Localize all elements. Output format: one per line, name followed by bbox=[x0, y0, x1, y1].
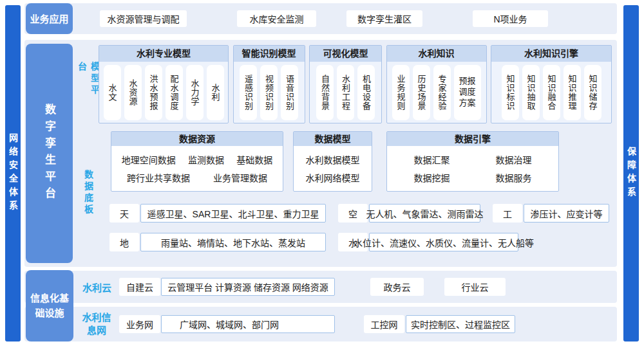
sensing-content-air: 无人机、气象雷达、测雨雷达 bbox=[369, 204, 480, 223]
model-item: 预报调度方案 bbox=[454, 65, 481, 120]
water-info-net-panel: 水利信息网 业务网 广域网、城域网、部门网 工控网 实时控制区、过程监控区 bbox=[24, 307, 617, 341]
industry-cloud-box: 行业云 bbox=[444, 278, 506, 296]
sensing-content-ground: 雨量站、墒情站、地下水站、蒸发站 bbox=[140, 233, 326, 251]
business-apps-label: 业务应用 bbox=[26, 3, 73, 34]
model-group-title: 水利知识引擎 bbox=[491, 46, 611, 62]
model-item: 历史场景 bbox=[413, 65, 430, 120]
gov-cloud-box: 政务云 bbox=[370, 278, 424, 296]
data-item: 监测数据 bbox=[188, 153, 224, 166]
model-item: 水资源 bbox=[124, 65, 142, 120]
model-item: 知识标识 bbox=[502, 65, 519, 120]
scada-net-content: 实时控制区、过程监控区 bbox=[406, 315, 515, 333]
model-item: 水文 bbox=[104, 65, 121, 120]
model-group-ai-recognition: 智能识别模型 遥感识别 视频识别 语音识别 bbox=[233, 45, 305, 123]
business-net-content: 广域网、城域网、部门网 bbox=[161, 315, 335, 333]
data-item: 地理空间数据 bbox=[122, 153, 176, 166]
model-item: 知识储存 bbox=[584, 65, 601, 120]
business-apps-panel: 业务应用 水资源管理与调配 水库安全监测 数字孪生灌区 N项业务 bbox=[24, 3, 617, 34]
data-item: 数据挖掘 bbox=[414, 171, 450, 184]
data-item: 基础数据 bbox=[236, 153, 272, 166]
scada-net-tag: 工控网 bbox=[364, 315, 404, 333]
sensing-tag-works: 工 bbox=[493, 204, 522, 223]
data-group-resources: 数据资源 地理空间数据 监测数据 基础数据 跨行业共享数据 业务管理数据 bbox=[111, 131, 283, 192]
sensing-content-water: 水位计、流速仪、水质仪、流量计、无人船等 bbox=[369, 233, 518, 251]
model-item: 遥感识别 bbox=[240, 65, 257, 120]
model-item: 知识抽取 bbox=[522, 65, 540, 120]
data-item: 水利数据模型 bbox=[306, 153, 360, 166]
model-item: 洪水预报 bbox=[145, 65, 162, 120]
data-group-title: 数据模型 bbox=[294, 132, 372, 146]
model-item: 语音识别 bbox=[281, 65, 298, 120]
model-item: 视频识别 bbox=[260, 65, 278, 120]
model-item: 知识融合 bbox=[543, 65, 560, 120]
data-item: 数据治理 bbox=[496, 153, 532, 166]
model-group-visualization: 可视化模型 自然背景 水利工程 机电设备 bbox=[309, 45, 382, 123]
model-item: 水利 bbox=[207, 65, 224, 120]
data-item: 水利网络模型 bbox=[306, 171, 360, 184]
model-group-title: 水利专业模型 bbox=[99, 46, 228, 62]
model-item: 机电设备 bbox=[357, 65, 375, 120]
business-item: 数字孪生灌区 bbox=[346, 10, 422, 27]
data-group-engine: 数据引擎 数据汇聚 数据治理 数据挖掘 数据服务 bbox=[386, 131, 559, 192]
water-cloud-label: 水利云 bbox=[82, 271, 111, 303]
model-platform-label: 模型平台 bbox=[82, 62, 95, 107]
data-item: 业务管理数据 bbox=[213, 171, 267, 184]
network-security-bar: 网络安全体系 bbox=[5, 5, 21, 341]
sensing-tag-ground: 地 bbox=[109, 233, 139, 251]
business-net-tag: 业务网 bbox=[119, 315, 160, 333]
data-group-title: 数据资源 bbox=[111, 132, 283, 146]
architecture-diagram: 网络安全体系 保障体系 业务应用 水资源管理与调配 水库安全监测 数字孪生灌区 … bbox=[0, 0, 644, 346]
data-group-title: 数据引擎 bbox=[387, 132, 558, 146]
self-built-cloud-content: 云管理平台 计算资源 储存资源 网络资源 bbox=[161, 278, 335, 296]
digital-twin-label: 数字孪生平台 bbox=[26, 44, 73, 263]
model-group-knowledge: 水利知识 业务规则 历史场景 专家经验 预报调度方案 bbox=[386, 45, 487, 123]
model-group-title: 智能识别模型 bbox=[234, 46, 305, 62]
model-item: 水利工程 bbox=[337, 65, 354, 120]
model-item: 专家经验 bbox=[433, 65, 451, 120]
assurance-system-bar: 保障体系 bbox=[623, 5, 639, 341]
sensing-content-sky: 遥感卫星、SAR卫星、北斗卫星、重力卫星 bbox=[140, 204, 326, 223]
sensing-content-works: 渗压计、应变计等 bbox=[524, 204, 609, 223]
sensing-tag-sky: 天 bbox=[109, 204, 139, 223]
business-item: 水库安全监测 bbox=[237, 10, 316, 27]
data-item: 数据服务 bbox=[496, 171, 532, 184]
infrastructure-label: 信息化基础设施 bbox=[26, 270, 73, 341]
data-board-label: 数据底板 bbox=[82, 167, 95, 219]
water-cloud-panel: 水利云 自建云 云管理平台 计算资源 储存资源 网络资源 政务云 行业云 bbox=[24, 271, 617, 303]
water-info-net-label: 水利信息网 bbox=[81, 307, 112, 341]
model-groups: 水利专业模型 水文 水资源 洪水预报 配水调度 水力学 水利 智能识别模型 遥感… bbox=[99, 45, 612, 123]
data-item: 数据汇聚 bbox=[414, 153, 450, 166]
business-item: N项业务 bbox=[473, 10, 548, 27]
model-item: 自然背景 bbox=[316, 65, 334, 120]
model-item: 知识推理 bbox=[564, 65, 581, 120]
model-item: 水力学 bbox=[186, 65, 204, 120]
model-item: 业务规则 bbox=[392, 65, 410, 120]
sensing-tag-air: 空 bbox=[338, 204, 368, 223]
business-item: 水资源管理与调配 bbox=[100, 10, 187, 27]
model-group-title: 水利知识 bbox=[387, 46, 486, 62]
model-group-hydraulic: 水利专业模型 水文 水资源 洪水预报 配水调度 水力学 水利 bbox=[99, 45, 229, 123]
digital-twin-panel: 数字孪生平台 模型平台 水利专业模型 水文 水资源 洪水预报 配水调度 水力学 … bbox=[24, 40, 617, 267]
data-item: 跨行业共享数据 bbox=[127, 171, 190, 184]
data-group-models: 数据模型 水利数据模型 水利网络模型 bbox=[293, 131, 372, 192]
model-item: 配水调度 bbox=[166, 65, 183, 120]
model-group-title: 可视化模型 bbox=[310, 46, 381, 62]
self-built-cloud-tag: 自建云 bbox=[119, 278, 160, 296]
model-group-knowledge-engine: 水利知识引擎 知识标识 知识抽取 知识融合 知识推理 知识储存 bbox=[491, 45, 612, 123]
